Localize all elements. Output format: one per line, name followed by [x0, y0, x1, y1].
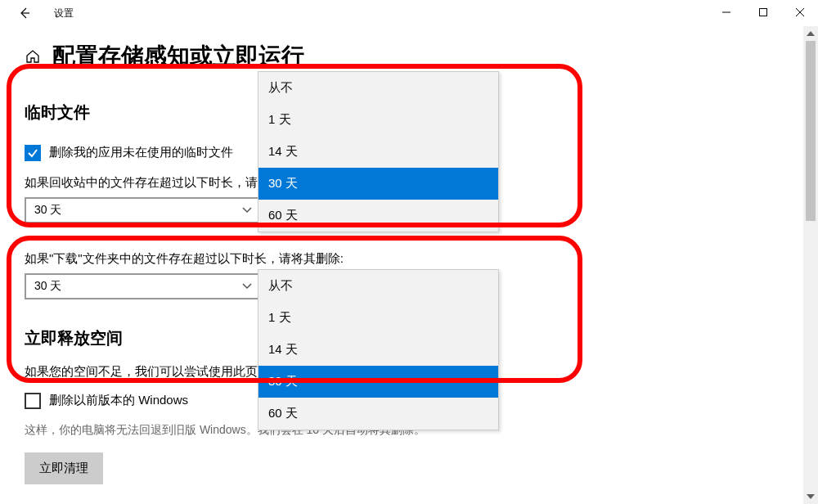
scrollbar-down-arrow[interactable] — [803, 489, 818, 504]
downloads-duration-combo[interactable]: 30 天 — [25, 273, 262, 299]
delete-previous-windows-checkbox[interactable] — [25, 393, 41, 409]
close-button[interactable] — [781, 0, 818, 25]
chevron-down-icon — [242, 207, 252, 214]
back-button[interactable] — [8, 0, 41, 26]
downloads-duration-dropdown[interactable]: 从不 1 天 14 天 30 天 60 天 — [258, 269, 499, 430]
recycle-bin-duration-dropdown[interactable]: 从不 1 天 14 天 30 天 60 天 — [258, 71, 499, 232]
maximize-button[interactable] — [744, 0, 781, 25]
downloads-text: 如果"下载"文件夹中的文件存在超过以下时长，请将其删除: — [25, 251, 802, 267]
minimize-button[interactable] — [708, 0, 744, 25]
home-icon[interactable] — [25, 48, 41, 65]
dropdown-option-never[interactable]: 从不 — [258, 72, 498, 104]
svg-rect-2 — [759, 9, 766, 16]
chevron-down-icon — [242, 283, 252, 290]
dropdown-option-1day[interactable]: 1 天 — [258, 104, 498, 136]
dropdown-option-30days[interactable]: 30 天 — [258, 366, 498, 398]
scrollbar[interactable] — [803, 26, 818, 504]
delete-previous-windows-label: 删除以前版本的 Windows — [49, 393, 188, 408]
dropdown-option-14days[interactable]: 14 天 — [258, 334, 498, 366]
dropdown-option-60days[interactable]: 60 天 — [258, 398, 498, 430]
dropdown-option-60days[interactable]: 60 天 — [258, 200, 498, 232]
dropdown-option-1day[interactable]: 1 天 — [258, 302, 498, 334]
scrollbar-up-arrow[interactable] — [803, 26, 818, 41]
app-title: 设置 — [54, 7, 74, 20]
clean-now-button[interactable]: 立即清理 — [25, 452, 103, 484]
dropdown-option-never[interactable]: 从不 — [258, 270, 498, 302]
dropdown-option-14days[interactable]: 14 天 — [258, 136, 498, 168]
scrollbar-thumb[interactable] — [806, 41, 816, 221]
delete-temp-files-label: 删除我的应用未在使用的临时文件 — [49, 145, 233, 160]
recycle-combo-value: 30 天 — [34, 203, 61, 218]
downloads-combo-value: 30 天 — [34, 279, 61, 294]
delete-temp-files-checkbox[interactable] — [25, 145, 41, 161]
recycle-bin-duration-combo[interactable]: 30 天 — [25, 197, 262, 223]
dropdown-option-30days[interactable]: 30 天 — [258, 168, 498, 200]
page-title: 配置存储感知或立即运行 — [52, 43, 304, 69]
